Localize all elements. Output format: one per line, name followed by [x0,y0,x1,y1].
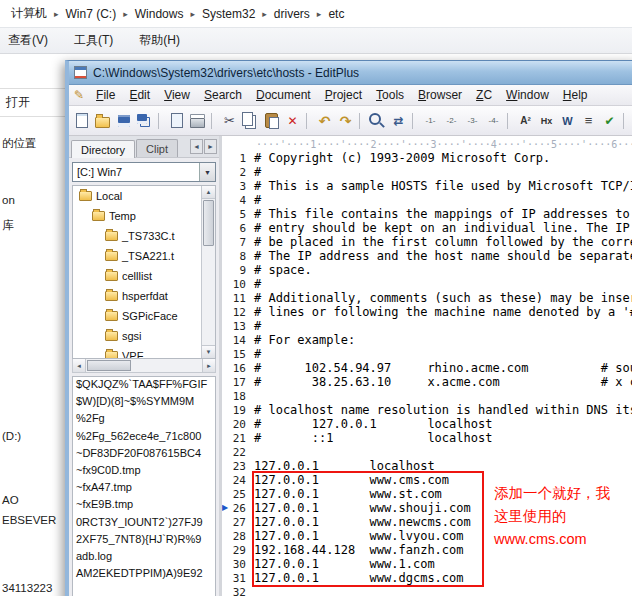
marker-3-icon[interactable]: -3- [463,111,482,130]
breadcrumb-item[interactable]: Windows [132,5,187,23]
menu-item[interactable]: Browser [411,86,469,104]
breadcrumb-item[interactable]: 计算机 [8,3,50,24]
editor-line[interactable]: 19# localhost name resolution is handled… [222,403,632,417]
tree-item[interactable]: VPF [73,346,215,359]
save-icon[interactable] [114,111,133,130]
scroll-up-icon[interactable]: ▲ [202,186,215,199]
save-all-icon[interactable] [135,111,154,130]
open-button[interactable]: 打开 [6,94,30,111]
explorer-menu-item[interactable]: 查看(V) [8,32,48,49]
menu-item[interactable]: Document [249,86,318,104]
file-item[interactable]: %2Fg [73,412,215,429]
word-wrap-icon[interactable]: W [558,111,577,130]
menu-item[interactable]: Tools [369,86,411,104]
editor-line[interactable]: 7# be placed in the first column followe… [222,235,632,249]
tab-cliptext[interactable]: Clipt [136,139,178,157]
hex-view-icon[interactable]: Hx [537,111,556,130]
breadcrumb-item[interactable]: System32 [199,5,258,23]
tab-directory[interactable]: Directory [71,140,135,158]
file-item[interactable]: ~fx9C0D.tmp [73,464,215,481]
tree-item[interactable]: _TS733C.t [73,226,215,246]
background-list-item[interactable]: 34113223 [2,582,52,594]
marker-1-icon[interactable]: -1- [421,111,440,130]
editor-line[interactable]: 23127.0.0.1 localhost [222,459,632,473]
editor-line[interactable]: 30127.0.0.1 www.1.com [222,557,632,571]
editor-line[interactable]: 14# For example: [222,333,632,347]
editor-line[interactable]: 2# [222,165,632,179]
tree-horizontal-scrollbar[interactable]: ◄ ► [72,359,216,373]
delete-icon[interactable]: ✕ [283,111,302,130]
editor-line[interactable]: 6# entry should be kept on an individual… [222,221,632,235]
paste-icon[interactable] [262,111,281,130]
file-item[interactable]: $W)[D)(8]~$%SYMM9M [73,395,215,412]
editor-line[interactable]: 22 [222,445,632,459]
editor-line[interactable]: 32 [222,585,632,596]
print-icon[interactable] [188,111,207,130]
drive-selector[interactable]: [C:] Win7 ▼ [72,162,216,182]
menu-item[interactable]: View [157,86,197,104]
tree-item[interactable]: SGPicFace [73,306,215,326]
editor-line[interactable]: 5# This file contains the mappings of IP… [222,207,632,221]
file-item[interactable]: $QKJQZ%`TAA$FF%FGIF [73,378,215,395]
explorer-menu-item[interactable]: 帮助(H) [139,32,180,49]
file-item[interactable]: %2Fg_562ece4e_71c800 [73,430,215,447]
background-list-item[interactable]: AO [2,494,19,506]
editor-line[interactable]: 12# lines or following the machine name … [222,305,632,319]
tree-item[interactable]: Local [73,186,215,206]
file-item[interactable]: 2XF75_7NT8){HJ`R)R%9 [73,533,215,550]
scrollbar-thumb[interactable] [203,200,214,246]
replace-icon[interactable]: ⇄ [389,111,408,130]
background-list-item[interactable]: 库 [2,218,14,233]
background-list-item[interactable]: (D:) [2,430,21,442]
editor-line[interactable]: 16# 102.54.94.97 rhino.acme.com # source… [222,361,632,375]
tab-scroll-left-icon[interactable]: ◄ [190,139,203,154]
editor-line[interactable]: 17# 38.25.63.10 x.acme.com # x client ho… [222,375,632,389]
editor-line[interactable]: 4# [222,193,632,207]
editor-line[interactable]: 10# [222,277,632,291]
scroll-down-icon[interactable]: ▼ [202,345,215,358]
breadcrumb-item[interactable]: drivers [271,5,313,23]
editor-line[interactable]: 13# [222,319,632,333]
editor-line[interactable]: 1# Copyright (c) 1993-2009 Microsoft Cor… [222,151,632,165]
font-size-icon[interactable]: A² [516,111,535,130]
tree-item[interactable]: celllist [73,266,215,286]
menu-item[interactable]: Edit [122,86,157,104]
background-list-item[interactable]: 的位置 [2,136,37,151]
file-item[interactable]: ~fxE9B.tmp [73,498,215,515]
undo-icon[interactable]: ↶ [315,111,334,130]
copy-icon[interactable] [241,111,260,130]
print-preview-icon[interactable] [167,111,186,130]
editor[interactable]: ····'····1····'····2····'····3····'····4… [222,136,632,596]
editor-line[interactable]: 15# [222,347,632,361]
breadcrumb-item[interactable]: etc [325,5,347,23]
menu-item[interactable]: Window [499,86,556,104]
menu-item[interactable]: Search [197,86,249,104]
title-bar[interactable]: C:\Windows\System32\drivers\etc\hosts - … [69,61,632,85]
editor-line[interactable]: 31127.0.0.1 www.dgcms.com [222,571,632,585]
tree-item[interactable]: Temp [73,206,215,226]
editor-line[interactable]: 11# Additionally, comments (such as thes… [222,291,632,305]
tree-item[interactable]: hsperfdat [73,286,215,306]
marker-2-icon[interactable]: -2- [442,111,461,130]
file-item[interactable]: AM2EKEDTPPIM)A)9E92 [73,567,215,584]
editor-line[interactable]: 3# This is a sample HOSTS file used by M… [222,179,632,193]
editor-line[interactable]: 9# space. [222,263,632,277]
file-item[interactable]: 0RCT3Y_IOUNT2`)27FJ9 [73,516,215,533]
menu-item[interactable]: Help [556,86,595,104]
menu-item[interactable]: ZC [469,86,499,104]
editor-line[interactable]: 20# 127.0.0.1 localhost [222,417,632,431]
background-list-item[interactable]: on [2,194,15,206]
scroll-left-icon[interactable]: ◄ [73,359,86,372]
editor-line[interactable]: 8# The IP address and the host name shou… [222,249,632,263]
editor-line[interactable]: 21# ::1 localhost [222,431,632,445]
spell-check-icon[interactable]: ✔ [600,111,619,130]
marker-4-icon[interactable]: -4- [484,111,503,130]
cut-icon[interactable]: ✂ [220,111,239,130]
chevron-down-icon[interactable]: ▼ [199,163,215,181]
editor-line[interactable]: 18 [222,389,632,403]
find-icon[interactable] [368,111,387,130]
breadcrumb-item[interactable]: Win7 (C:) [63,5,120,23]
tab-scroll-right-icon[interactable]: ► [204,139,217,154]
file-item[interactable]: ~fxA47.tmp [73,481,215,498]
explorer-menu-item[interactable]: 工具(T) [74,32,113,49]
